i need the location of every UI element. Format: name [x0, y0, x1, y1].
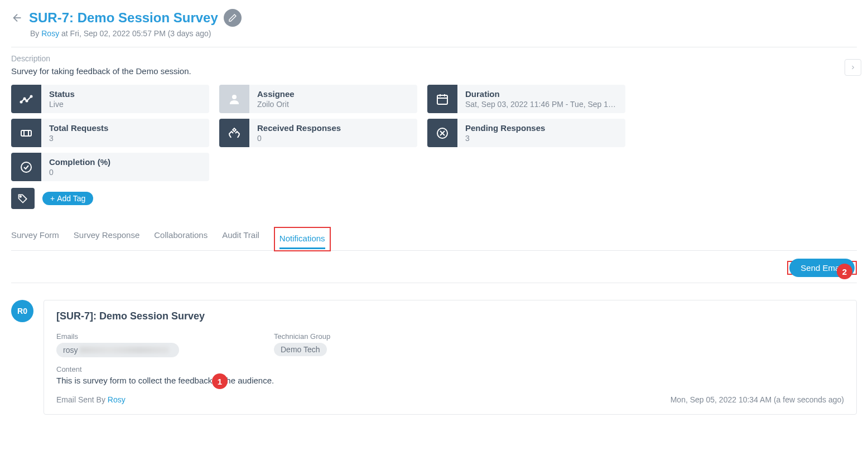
- email-visible-part: rosy: [63, 346, 78, 355]
- received-responses-value: 0: [257, 134, 409, 143]
- svg-rect-13: [233, 128, 236, 132]
- byline-rest: at Fri, Sep 02, 2022 05:57 PM (3 days ag…: [59, 29, 211, 38]
- email-pill: rosy: [56, 343, 179, 357]
- x-circle-icon: [427, 119, 457, 147]
- byline: By Rosy at Fri, Sep 02, 2022 05:57 PM (3…: [30, 29, 857, 38]
- byline-author[interactable]: Rosy: [41, 29, 59, 38]
- description-label: Description: [11, 54, 857, 63]
- tab-survey-form[interactable]: Survey Form: [11, 226, 59, 250]
- status-label: Status: [49, 89, 201, 99]
- completion-value: 0: [49, 168, 201, 177]
- person-icon: [219, 85, 249, 113]
- sent-time: Mon, Sep 05, 2022 10:34 AM (a few second…: [671, 395, 844, 404]
- pending-responses-value: 3: [465, 134, 618, 143]
- check-circle-icon: [11, 153, 41, 181]
- assignee-card: Assignee Zoilo Orit: [219, 85, 417, 113]
- ticket-icon: [11, 119, 41, 147]
- sent-by: Email Sent By Rosy: [56, 395, 126, 404]
- tab-audit-trail[interactable]: Audit Trail: [222, 226, 259, 250]
- assignee-label: Assignee: [257, 89, 409, 99]
- status-value: Live: [49, 100, 201, 109]
- svg-point-17: [21, 162, 31, 172]
- calendar-icon: [427, 85, 457, 113]
- redacted-email-part: [80, 347, 169, 353]
- sent-by-prefix: Email Sent By: [56, 395, 108, 404]
- pending-responses-label: Pending Responses: [465, 123, 618, 133]
- total-requests-label: Total Requests: [49, 123, 201, 133]
- hands-icon: [219, 119, 249, 147]
- add-tag-label: Add Tag: [57, 194, 85, 203]
- expand-panel-button[interactable]: [845, 59, 861, 76]
- svg-rect-6: [437, 95, 447, 104]
- annotation-callout-2: 2: [837, 264, 852, 279]
- duration-label: Duration: [465, 89, 618, 99]
- annotation-callout-1: 1: [212, 373, 228, 389]
- edit-button[interactable]: [224, 9, 242, 27]
- content-label: Content: [56, 365, 844, 373]
- assignee-value: Zoilo Orit: [257, 100, 409, 109]
- plus-icon: +: [50, 194, 55, 203]
- notification-card: [SUR-7]: Demo Session Survey Emails rosy…: [44, 300, 857, 415]
- pending-responses-card: Pending Responses 3: [427, 119, 625, 147]
- content-text: This is survey form to collect the feedb…: [56, 376, 844, 385]
- technician-group-pill: Demo Tech: [274, 343, 327, 356]
- completion-card: Completion (%) 0: [11, 153, 209, 181]
- page-title: SUR-7: Demo Session Survey: [29, 10, 218, 26]
- tag-icon: [11, 188, 35, 209]
- description-text: Survey for taking feedback of the Demo s…: [11, 66, 857, 76]
- tab-bar: Survey Form Survey Response Collaboratio…: [11, 226, 857, 251]
- byline-prefix: By: [30, 29, 41, 38]
- tab-notifications[interactable]: Notifications: [279, 229, 325, 249]
- status-card: Status Live: [11, 85, 209, 113]
- svg-point-18: [20, 196, 22, 197]
- emails-label: Emails: [56, 332, 179, 341]
- tab-survey-response[interactable]: Survey Response: [74, 226, 139, 250]
- notification-title: [SUR-7]: Demo Session Survey: [56, 310, 844, 322]
- annotation-box-notifications: Notifications: [274, 227, 331, 251]
- tab-collaborations[interactable]: Collaborations: [154, 226, 208, 250]
- technician-group-label: Technician Group: [274, 332, 330, 341]
- duration-value: Sat, Sep 03, 2022 11:46 PM - Tue, Sep 13…: [465, 100, 618, 109]
- total-requests-value: 3: [49, 134, 201, 143]
- back-arrow-icon[interactable]: [11, 12, 23, 24]
- received-responses-label: Received Responses: [257, 123, 409, 133]
- svg-point-5: [232, 95, 237, 99]
- add-tag-button[interactable]: + Add Tag: [42, 192, 93, 205]
- line-chart-icon: [11, 85, 41, 113]
- received-responses-card: Received Responses 0: [219, 119, 417, 147]
- total-requests-card: Total Requests 3: [11, 119, 209, 147]
- completion-label: Completion (%): [49, 157, 201, 167]
- avatar: R0: [11, 300, 33, 322]
- duration-card: Duration Sat, Sep 03, 2022 11:46 PM - Tu…: [427, 85, 625, 113]
- sent-by-author[interactable]: Rosy: [108, 395, 126, 404]
- svg-rect-10: [21, 130, 31, 136]
